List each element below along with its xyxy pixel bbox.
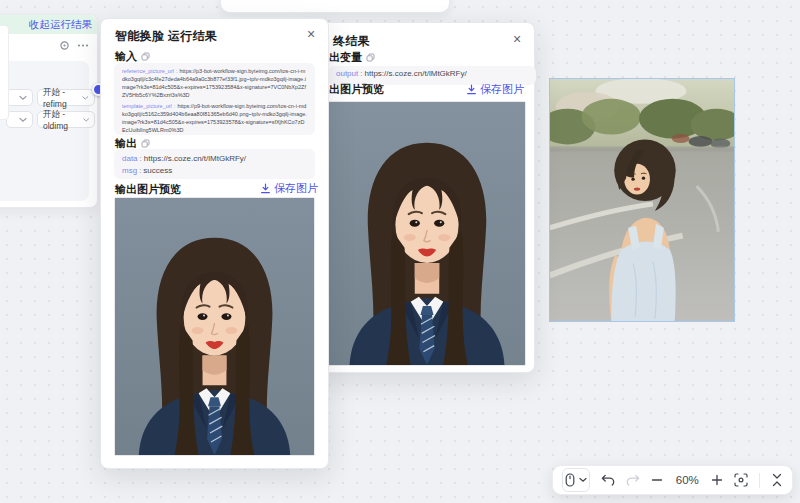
input-label: 输入 bbox=[115, 49, 150, 64]
param-type-select[interactable] bbox=[6, 111, 33, 128]
output-entry: data:https://s.coze.cn/t/lMtGkRFy/ bbox=[122, 153, 307, 165]
minus-icon bbox=[651, 474, 663, 486]
chevron-down-icon bbox=[579, 477, 587, 483]
collapse-vertical-icon bbox=[771, 473, 783, 487]
download-icon bbox=[466, 84, 477, 95]
collapse-run-results-link[interactable]: 收起运行结果 bbox=[29, 18, 92, 32]
param-row: 开始 - refimg bbox=[6, 89, 95, 106]
close-icon[interactable]: × bbox=[509, 32, 525, 48]
undo-button[interactable] bbox=[601, 474, 615, 486]
workflow-canvas[interactable]: 收起运行结果 开始 - refimg 开始 - old bbox=[0, 0, 800, 503]
workflow-node-card[interactable]: 收起运行结果 开始 - refimg 开始 - old bbox=[0, 14, 98, 208]
param-type-select[interactable] bbox=[6, 89, 33, 106]
download-icon bbox=[260, 183, 271, 194]
background-result-card bbox=[220, 0, 450, 13]
output-preview-label: 输出图片预览 bbox=[115, 182, 181, 197]
face-swap-result-panel: 智能换脸 运行结果 × 输入 reference_picture_url:htt… bbox=[100, 18, 329, 469]
undo-icon bbox=[601, 474, 615, 486]
output-entry: msg:success bbox=[122, 165, 307, 177]
node-run-result-banner: 收起运行结果 bbox=[0, 15, 97, 34]
copy-icon[interactable] bbox=[141, 52, 150, 61]
output-value[interactable]: https://s.coze.cn/t/lMtGkRFy/ bbox=[364, 69, 466, 78]
canvas-toolbar: 60% bbox=[552, 465, 793, 495]
plus-icon bbox=[711, 474, 723, 486]
param-ref-select[interactable]: 开始 - refimg bbox=[37, 89, 95, 106]
copy-icon[interactable] bbox=[141, 139, 150, 148]
fit-view-button[interactable] bbox=[734, 473, 748, 487]
redo-button[interactable] bbox=[626, 474, 640, 486]
reference-photo-street[interactable] bbox=[549, 78, 735, 322]
param-ref-select[interactable]: 开始 - oldimg bbox=[37, 111, 95, 128]
target-icon[interactable] bbox=[59, 40, 70, 51]
panel-title: 终结果 bbox=[333, 33, 370, 50]
close-icon[interactable]: × bbox=[303, 27, 319, 43]
node-config-area bbox=[0, 61, 89, 201]
zoom-in-button[interactable] bbox=[711, 474, 723, 486]
street-photo-illustration bbox=[550, 79, 734, 321]
copy-icon[interactable] bbox=[366, 53, 375, 62]
input-entry: reference_picture_url:https://p3-bot-wor… bbox=[122, 68, 307, 100]
input-json-box: reference_picture_url:https://p3-bot-wor… bbox=[114, 63, 315, 135]
zoom-level-value[interactable]: 60% bbox=[674, 474, 700, 486]
input-entry: template_picture_url:https://p9-bot-work… bbox=[122, 103, 307, 135]
param-ref-value: 开始 - refimg bbox=[43, 87, 82, 109]
portrait-photo-illustration bbox=[329, 102, 525, 365]
param-ref-value: 开始 - oldimg bbox=[43, 109, 83, 131]
output-key: output bbox=[336, 69, 358, 78]
zoom-out-button[interactable] bbox=[651, 474, 663, 486]
param-row: 开始 - oldimg bbox=[6, 111, 95, 128]
result-image-preview[interactable] bbox=[328, 101, 526, 366]
final-result-panel: 终结果 × 出变量 output:https://s.coze.cn/t/lMt… bbox=[308, 22, 535, 373]
save-image-button[interactable]: 保存图片 bbox=[260, 181, 318, 196]
save-image-button[interactable]: 保存图片 bbox=[466, 82, 524, 97]
result-image-preview[interactable] bbox=[114, 197, 315, 456]
more-options-icon[interactable] bbox=[77, 40, 89, 51]
fit-screen-icon bbox=[734, 473, 748, 487]
mouse-icon bbox=[565, 473, 575, 487]
collapse-toolbar-button[interactable] bbox=[771, 473, 783, 487]
redo-icon bbox=[626, 474, 640, 486]
panel-title: 智能换脸 运行结果 bbox=[115, 28, 217, 45]
output-preview-label: 出图片预览 bbox=[329, 82, 384, 97]
partial-node-card bbox=[0, 25, 9, 120]
output-variable-label: 出变量 bbox=[329, 50, 375, 65]
output-json-box: data:https://s.coze.cn/t/lMtGkRFy/ msg:s… bbox=[114, 149, 315, 179]
pointer-mode-button[interactable] bbox=[562, 468, 590, 492]
portrait-photo-illustration bbox=[115, 198, 314, 455]
toolbar-divider bbox=[759, 473, 760, 488]
